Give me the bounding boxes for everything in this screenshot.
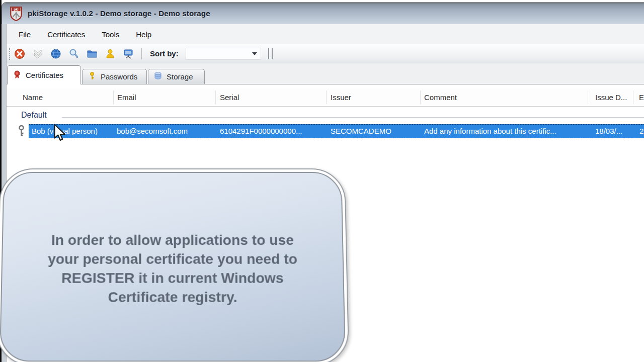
screen-icon[interactable] <box>119 46 137 61</box>
tutorial-callout-text: In order to allow applications to use yo… <box>47 230 298 306</box>
group-label: Default <box>21 111 47 120</box>
key-row-icon <box>18 125 25 139</box>
menu-file[interactable]: File <box>19 30 31 39</box>
tab-certificates[interactable]: Certificates <box>7 65 81 84</box>
toolbar-grip-bars[interactable] <box>268 48 273 59</box>
sort-by-combobox[interactable] <box>186 48 261 60</box>
window-title: pkiStorage v.1.0.2 - Demo storage - Demo… <box>28 9 210 18</box>
column-header-serial[interactable]: Serial <box>220 93 239 102</box>
group-row-default[interactable]: Default <box>7 110 644 124</box>
tab-storage-label: Storage <box>167 72 193 81</box>
folder-icon[interactable] <box>83 46 101 61</box>
key-icon <box>88 71 97 82</box>
svg-text:pki: pki <box>14 8 18 12</box>
tab-storage[interactable]: Storage <box>148 69 205 84</box>
tab-passwords[interactable]: Passwords <box>82 69 147 84</box>
menu-tools[interactable]: Tools <box>102 30 119 39</box>
cell-serial: 6104291F0000000000... <box>220 127 302 135</box>
tab-passwords-label: Passwords <box>101 72 137 81</box>
toolbar-separator <box>141 48 142 59</box>
column-header-expire-date[interactable]: E <box>639 93 644 102</box>
column-divider[interactable] <box>633 90 633 104</box>
database-icon <box>153 71 163 82</box>
column-header-issue-date[interactable]: Issue D... <box>595 93 627 102</box>
mouse-cursor-icon <box>52 124 67 144</box>
search-icon[interactable] <box>65 46 83 61</box>
pki-shield-icon: pki <box>10 6 23 21</box>
globe-icon[interactable] <box>47 46 65 61</box>
screen: pki pkiStorage v.1.0.2 - Demo storage - … <box>0 0 644 362</box>
cell-comment: Add any information about this certific.… <box>424 127 556 135</box>
column-divider[interactable] <box>215 90 216 104</box>
column-divider[interactable] <box>113 90 114 104</box>
cell-issue-date: 18/03/... <box>595 127 622 135</box>
certificate-seal-icon <box>13 70 22 80</box>
sort-by-label: Sort by: <box>150 49 179 58</box>
table-header: Name Email Serial Issuer Comment Issue D… <box>7 88 644 107</box>
menu-certificates[interactable]: Certificates <box>47 30 85 39</box>
table-row[interactable]: Bob (virtual person) bob@secomsoft.com 6… <box>7 124 644 139</box>
tutorial-callout-body: In order to allow applications to use yo… <box>0 172 346 361</box>
tutorial-callout: In order to allow applications to use yo… <box>0 168 350 362</box>
column-header-email[interactable]: Email <box>117 93 136 102</box>
delete-icon[interactable] <box>11 46 29 61</box>
chevron-down-icon[interactable] <box>29 46 47 61</box>
cell-issuer: SECOMCADEMO <box>331 127 391 135</box>
column-divider[interactable] <box>420 90 421 104</box>
combo-arrow-icon[interactable] <box>252 52 257 55</box>
user-icon[interactable] <box>101 46 119 61</box>
cell-expire-date: 2 <box>639 127 643 135</box>
column-divider[interactable] <box>588 90 588 104</box>
column-divider[interactable] <box>326 90 327 104</box>
column-header-issuer[interactable]: Issuer <box>331 93 351 102</box>
titlebar[interactable]: pki pkiStorage v.1.0.2 - Demo storage - … <box>2 2 644 24</box>
toolbar: Sort by: <box>7 44 644 63</box>
menu-help[interactable]: Help <box>136 30 151 39</box>
tab-certificates-label: Certificates <box>26 71 63 79</box>
group-divider-line <box>62 117 644 118</box>
column-header-comment[interactable]: Comment <box>424 93 457 102</box>
menubar: File Certificates Tools Help <box>7 24 644 44</box>
column-header-name[interactable]: Name <box>23 93 43 102</box>
cell-email: bob@secomsoft.com <box>117 127 188 135</box>
